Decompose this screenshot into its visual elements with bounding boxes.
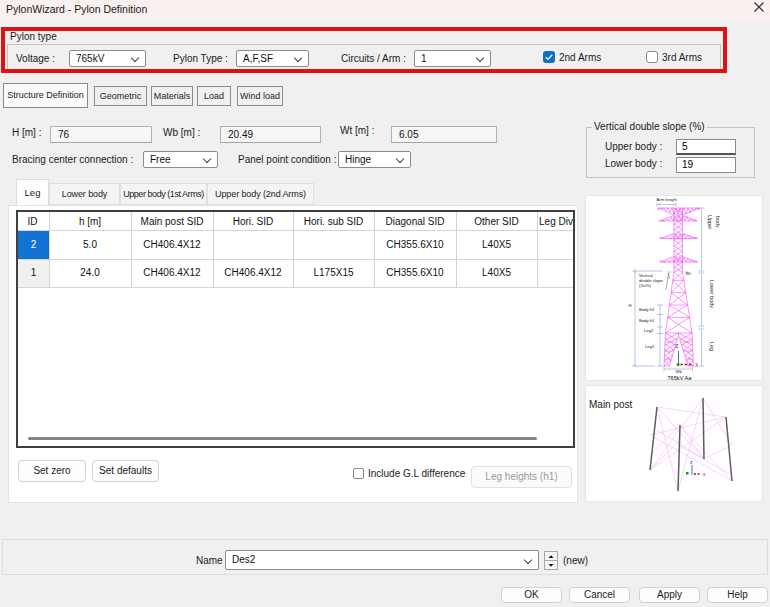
svg-text:Body h2: Body h2 (639, 307, 655, 312)
svg-text:Wb: Wb (676, 369, 683, 374)
svg-text:body: body (715, 216, 721, 228)
svg-text:X: X (695, 362, 699, 368)
svg-text:x: x (703, 471, 706, 477)
svg-text:z: z (690, 459, 693, 465)
svg-text:Leg: Leg (709, 342, 715, 351)
svg-text:(2si%): (2si%) (639, 283, 651, 288)
svg-text:Upper: Upper (707, 215, 713, 230)
svg-text:Z: Z (675, 343, 679, 349)
svg-text:H: H (629, 303, 632, 308)
svg-text:Lower body: Lower body (709, 280, 715, 308)
svg-text:Leg1: Leg1 (645, 344, 655, 349)
svg-text:Wt: Wt (686, 271, 692, 276)
svg-text:Body h1: Body h1 (639, 318, 655, 323)
svg-text:Arm length: Arm length (657, 197, 678, 202)
svg-text:Leg2: Leg2 (644, 328, 654, 333)
svg-text:765kV Aa: 765kV Aa (668, 375, 693, 381)
